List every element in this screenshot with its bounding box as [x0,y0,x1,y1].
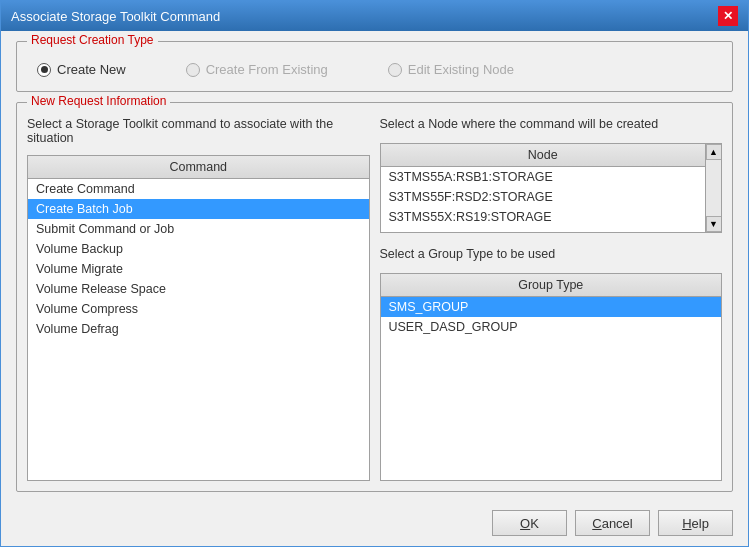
dialog-footer: OK Cancel Help [1,502,748,546]
right-panel: Select a Node where the command will be … [380,117,723,481]
radio-label-create-new: Create New [57,62,126,77]
node-scrollbar: ▲ ▼ [705,144,721,232]
dialog-body: Request Creation Type Create New Create … [1,31,748,502]
command-list-item[interactable]: Create Batch Job [28,199,369,219]
command-list-item[interactable]: Volume Migrate [28,259,369,279]
command-list-item[interactable]: Volume Compress [28,299,369,319]
group-type-section-label: Select a Group Type to be used [380,247,723,261]
radio-edit-existing-node[interactable]: Edit Existing Node [388,62,514,77]
help-underline: H [682,516,691,531]
radio-circle-edit-existing-node [388,63,402,77]
group-type-list-header: Group Type [381,274,722,297]
node-list-item[interactable]: S3TMS55A:RSB1:STORAGE [381,167,706,187]
radio-create-new[interactable]: Create New [37,62,126,77]
new-request-inner: Select a Storage Toolkit command to asso… [27,117,722,481]
cancel-rest: ancel [602,516,633,531]
request-creation-type-group: Request Creation Type Create New Create … [16,41,733,92]
associate-storage-toolkit-dialog: Associate Storage Toolkit Command ✕ Requ… [0,0,749,547]
cancel-underline: C [592,516,601,531]
command-list-item[interactable]: Volume Backup [28,239,369,259]
node-section-label: Select a Node where the command will be … [380,117,723,131]
node-list-item[interactable]: S3TMS55X:RS19:STORAGE [381,207,706,227]
node-list-inner: Node S3TMS55A:RSB1:STORAGES3TMS55F:RSD2:… [381,144,706,232]
close-button[interactable]: ✕ [718,6,738,26]
radio-circle-create-from-existing [186,63,200,77]
command-section-label: Select a Storage Toolkit command to asso… [27,117,370,145]
radio-label-create-from-existing: Create From Existing [206,62,328,77]
group-type-list-container: Group Type SMS_GROUPUSER_DASD_GROUP [380,273,723,481]
command-list-item[interactable]: Volume Defrag [28,319,369,339]
ok-rest: K [530,516,539,531]
command-list-item[interactable]: Volume Release Space [28,279,369,299]
request-creation-type-legend: Request Creation Type [27,33,158,47]
command-list-header: Command [28,156,369,179]
command-list-item[interactable]: Create Command [28,179,369,199]
node-list-item[interactable]: S3TMS55F:RSD2:STORAGE [381,187,706,207]
command-list-body[interactable]: Create CommandCreate Batch JobSubmit Com… [28,179,369,480]
node-list-container: Node S3TMS55A:RSB1:STORAGES3TMS55F:RSD2:… [380,143,723,233]
command-list-item[interactable]: Submit Command or Job [28,219,369,239]
help-button[interactable]: Help [658,510,733,536]
group-type-list-item[interactable]: SMS_GROUP [381,297,722,317]
ok-underline: O [520,516,530,531]
new-request-legend: New Request Information [27,94,170,108]
node-list-header: Node [381,144,706,167]
new-request-information-group: New Request Information Select a Storage… [16,102,733,492]
radio-circle-create-new [37,63,51,77]
scrollbar-down-button[interactable]: ▼ [706,216,722,232]
radio-row: Create New Create From Existing Edit Exi… [27,58,722,81]
scrollbar-up-button[interactable]: ▲ [706,144,722,160]
scrollbar-track [706,160,721,216]
node-list-body[interactable]: S3TMS55A:RSB1:STORAGES3TMS55F:RSD2:STORA… [381,167,706,232]
group-type-list-body[interactable]: SMS_GROUPUSER_DASD_GROUP [381,297,722,480]
cancel-button[interactable]: Cancel [575,510,650,536]
radio-create-from-existing[interactable]: Create From Existing [186,62,328,77]
dialog-title: Associate Storage Toolkit Command [11,9,220,24]
help-rest: elp [692,516,709,531]
ok-button[interactable]: OK [492,510,567,536]
left-panel: Select a Storage Toolkit command to asso… [27,117,370,481]
group-type-list-item[interactable]: USER_DASD_GROUP [381,317,722,337]
title-bar: Associate Storage Toolkit Command ✕ [1,1,748,31]
radio-label-edit-existing-node: Edit Existing Node [408,62,514,77]
command-list-container: Command Create CommandCreate Batch JobSu… [27,155,370,481]
